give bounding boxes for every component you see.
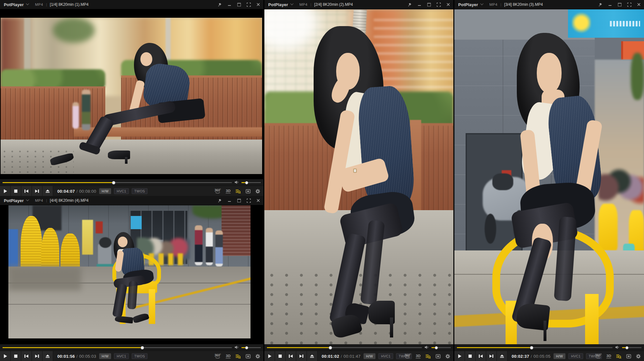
play-button[interactable] <box>0 186 11 196</box>
app-menu-button[interactable]: PotPlayer <box>458 2 483 7</box>
settings-gear-icon[interactable] <box>255 189 260 194</box>
stop-button[interactable] <box>11 186 21 196</box>
volume-slider[interactable] <box>431 347 451 348</box>
titlebar[interactable]: PotPlayer MP4 | [2/4] 8K20min (2).MP4 <box>264 0 453 9</box>
control-panel-icon[interactable] <box>246 189 251 193</box>
speaker-icon[interactable] <box>234 345 239 349</box>
seek-handle[interactable] <box>329 346 332 349</box>
eject-button[interactable] <box>43 186 53 196</box>
speaker-icon[interactable] <box>424 345 429 349</box>
play-button[interactable] <box>0 351 11 361</box>
titlebar[interactable]: PotPlayer MP4 | [1/4] 8K20min (1).MP4 <box>0 0 263 9</box>
app-title: PotPlayer <box>458 2 478 7</box>
close-icon[interactable] <box>446 2 451 7</box>
app-menu-button[interactable]: PotPlayer <box>268 2 293 7</box>
play-button[interactable] <box>454 351 465 361</box>
titlebar[interactable]: PotPlayer MP4 | [4/4] 8K20min (4).MP4 <box>0 196 263 205</box>
settings-gear-icon[interactable] <box>636 354 641 359</box>
volume-handle[interactable] <box>435 346 438 349</box>
seek-handle[interactable] <box>112 181 116 184</box>
volume-handle[interactable] <box>245 181 248 184</box>
speaker-icon[interactable] <box>615 345 620 349</box>
previous-button[interactable] <box>21 186 32 196</box>
video-area[interactable] <box>264 9 453 344</box>
restore-icon[interactable] <box>426 2 431 7</box>
minimize-icon[interactable] <box>227 2 232 7</box>
fullscreen-icon[interactable] <box>246 198 251 203</box>
pin-icon[interactable] <box>407 2 412 7</box>
view-3d-icon[interactable]: 3D <box>226 354 231 358</box>
seek-bar[interactable] <box>3 182 232 183</box>
previous-button[interactable] <box>476 351 486 361</box>
minimize-icon[interactable] <box>417 2 422 7</box>
control-panel-icon[interactable] <box>626 354 631 358</box>
playlist-search-icon[interactable] <box>235 354 241 359</box>
time-separator: / <box>76 354 77 359</box>
speaker-icon[interactable] <box>234 180 239 184</box>
minimize-icon[interactable] <box>227 198 232 203</box>
control-bar: 00:02:37 / 00:05:05 H/W HVC1 TWOS 360˚ 3… <box>454 344 644 361</box>
video-area[interactable] <box>454 9 644 344</box>
close-icon[interactable] <box>256 2 261 7</box>
app-menu-button[interactable]: PotPlayer <box>4 198 29 203</box>
view-360-icon[interactable]: 360˚ <box>595 354 601 359</box>
view-3d-icon[interactable]: 3D <box>416 354 421 358</box>
stop-button[interactable] <box>11 351 21 361</box>
minimize-icon[interactable] <box>607 2 612 7</box>
view-360-icon[interactable]: 360˚ <box>214 354 221 359</box>
pin-icon[interactable] <box>217 2 222 7</box>
view-3d-icon[interactable]: 3D <box>606 354 611 358</box>
fullscreen-icon[interactable] <box>436 2 441 7</box>
seek-handle[interactable] <box>530 346 533 349</box>
volume-handle[interactable] <box>625 346 629 349</box>
next-button[interactable] <box>32 186 43 196</box>
playlist-search-icon[interactable] <box>425 354 431 359</box>
eject-button[interactable] <box>307 351 317 361</box>
control-panel-icon[interactable] <box>246 354 251 358</box>
eject-button[interactable] <box>497 351 507 361</box>
close-icon[interactable] <box>636 2 641 7</box>
volume-slider[interactable] <box>242 182 261 183</box>
seek-bar[interactable] <box>267 347 422 348</box>
next-button[interactable] <box>486 351 497 361</box>
time-display: 00:04:07 / 00:08:00 <box>57 189 96 194</box>
view-360-icon[interactable]: 360˚ <box>404 354 411 359</box>
next-button[interactable] <box>32 351 43 361</box>
next-button[interactable] <box>296 351 307 361</box>
volume-handle[interactable] <box>245 346 248 349</box>
settings-gear-icon[interactable] <box>255 354 260 359</box>
video-area[interactable] <box>0 9 263 179</box>
stop-button[interactable] <box>465 351 476 361</box>
eject-button[interactable] <box>43 351 53 361</box>
play-button[interactable] <box>264 351 275 361</box>
seek-bar[interactable] <box>3 347 232 348</box>
view-3d-icon[interactable]: 3D <box>226 189 231 193</box>
playlist-search-icon[interactable] <box>235 189 241 194</box>
playlist-search-icon[interactable] <box>616 354 621 359</box>
restore-icon[interactable] <box>236 198 242 203</box>
video-area[interactable] <box>0 205 263 344</box>
settings-gear-icon[interactable] <box>445 354 450 359</box>
stop-button[interactable] <box>275 351 286 361</box>
seek-handle[interactable] <box>141 346 144 349</box>
app-menu-button[interactable]: PotPlayer <box>4 2 29 7</box>
volume-slider[interactable] <box>622 347 641 348</box>
pin-icon[interactable] <box>598 2 603 7</box>
fullscreen-icon[interactable] <box>627 2 632 7</box>
close-icon[interactable] <box>256 198 261 203</box>
view-360-icon[interactable]: 360˚ <box>214 189 221 194</box>
woman-watch <box>353 169 357 173</box>
previous-button[interactable] <box>286 351 296 361</box>
pin-icon[interactable] <box>217 198 222 203</box>
play-icon <box>268 354 271 358</box>
fullscreen-icon[interactable] <box>246 2 251 7</box>
volume-slider[interactable] <box>242 347 261 348</box>
restore-icon[interactable] <box>617 2 622 7</box>
transport-row: 00:01:56 / 00:05:03 H/W HVC1 TWOS 360˚ 3… <box>0 351 263 361</box>
control-panel-icon[interactable] <box>436 354 440 358</box>
previous-icon <box>24 355 28 358</box>
restore-icon[interactable] <box>236 2 242 7</box>
previous-button[interactable] <box>21 351 32 361</box>
seek-bar[interactable] <box>457 347 612 348</box>
titlebar[interactable]: PotPlayer MP4 | [3/4] 8K20min (3).MP4 <box>454 0 644 9</box>
